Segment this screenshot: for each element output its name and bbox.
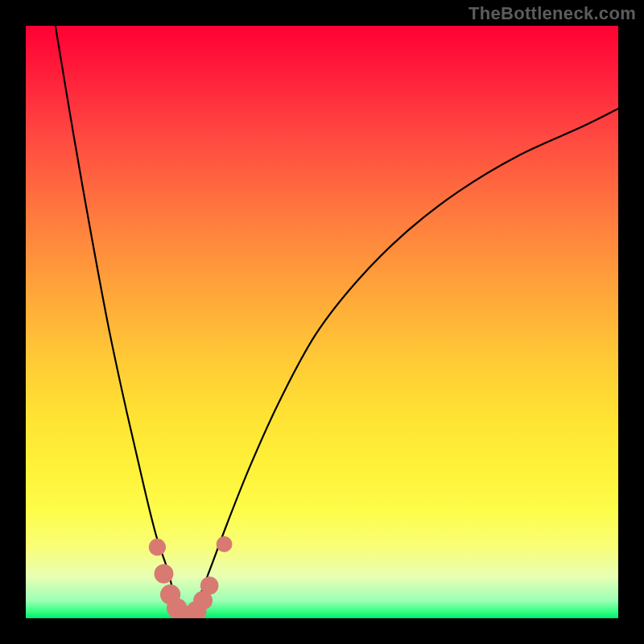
watermark-text: TheBottleneck.com — [469, 3, 636, 24]
valley-dot — [200, 576, 219, 595]
curve-group — [56, 26, 618, 618]
chart-frame: TheBottleneck.com — [0, 0, 644, 644]
curves-layer — [26, 26, 618, 618]
valley-dot — [217, 536, 233, 552]
plot-area — [26, 26, 618, 618]
valley-dot — [155, 564, 174, 584]
left-arm-curve — [56, 26, 186, 618]
valley-markers — [149, 536, 233, 618]
valley-dot — [149, 539, 166, 555]
right-arm-curve — [186, 109, 618, 618]
